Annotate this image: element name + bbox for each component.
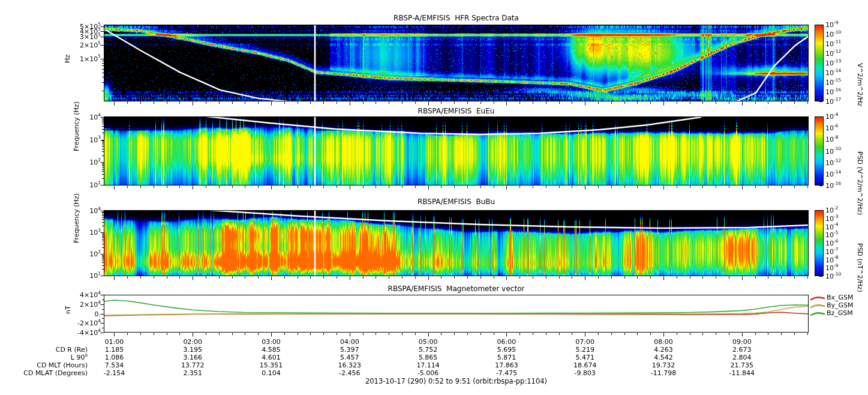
colorbar-tick-label: 10-14 [825,70,859,76]
ytick-label: -2×104 [36,320,101,327]
legend-label: By_GSM [827,302,865,309]
colorbar-tick-label: 10-16 [825,89,859,95]
time-label: 01:00 [90,339,138,345]
ytick-label: 103 [36,136,101,143]
footer-title: 2013-10-17 (290) 0:52 to 9:51 (orbit:rbs… [104,378,809,385]
ytick-label: 2×105 [36,41,101,48]
colorbar-tick-label: 10-5 [825,232,859,238]
colorbar-tick-label: 10-17 [825,98,859,105]
table-cell: 4.585 [247,346,295,353]
table-cell: -9.803 [561,370,609,376]
table-cell: 1.086 [90,354,138,361]
colorbar-tick-label: 10-6 [825,125,859,131]
colorbar-tick-label: 10-3 [825,215,859,222]
ytick-label: -4×104 [36,330,101,336]
colorbar-2 [815,210,824,276]
table-row-label: CD R (Re) [0,346,88,353]
time-label: 04:00 [326,339,374,345]
time-label: 07:00 [561,339,609,345]
colorbar-tick-label: 10-8 [825,256,859,263]
plot-figure: RBSP-A/EMFISIS HFR Spectra DataRBSPA/EMF… [0,0,868,395]
colorbar-tick-label: 10-11 [825,41,859,47]
colorbar-0 [815,25,824,101]
ytick-label: 2×104 [36,301,101,307]
table-cell: 3.195 [169,346,217,353]
table-cell: 2.673 [718,346,766,353]
table-cell: 5.219 [561,346,609,353]
table-cell: 7.534 [90,362,138,369]
table-cell: 4.601 [247,354,295,361]
colorbar-tick-label: 10-2 [825,207,859,214]
table-cell: 15.351 [247,362,295,369]
colorbar-tick-label: 10-12 [825,159,859,166]
ytick-label: 101 [36,273,101,279]
colorbar-tick-label: 10-6 [825,240,859,247]
colorbar-tick-label: 10-16 [825,182,859,189]
legend-label: Bz_GSM [827,310,865,316]
colorbar-tick-label: 10-14 [825,170,859,177]
table-row-label: CD MLAT (Degrees) [0,370,88,376]
table-cell: 0.104 [247,370,295,376]
colorbar-tick-label: 10-13 [825,60,859,67]
table-cell: -11.798 [639,370,687,376]
time-label: 03:00 [247,339,295,345]
table-cell: 2.351 [169,370,217,376]
time-label: 05:00 [404,339,452,345]
ytick-label: 104 [36,113,101,120]
time-label: 09:00 [718,339,766,345]
table-cell: 5.471 [561,354,609,361]
table-cell: -5.006 [404,370,452,376]
colorbar-1 [815,116,824,185]
panel-title: RBSPA/EMFISIS Magnetometer vector [104,285,809,292]
colorbar-tick-label: 10-9 [825,22,859,28]
colorbar-tick-label: 10-10 [825,148,859,154]
table-cell: -7.475 [482,370,530,376]
colorbar-tick-label: 10-12 [825,50,859,57]
table-cell: -11.844 [718,370,766,376]
ytick-label: 1×105 [36,55,101,62]
table-cell: 19.732 [639,362,687,369]
legend-label: Bx_GSM [827,294,865,301]
ytick-label: 3×105 [36,34,101,40]
ytick-label: 4×104 [36,292,101,298]
ytick-label: 101 [36,182,101,188]
table-cell: 16.323 [326,362,374,369]
table-cell: 5.457 [326,354,374,361]
panel-title: RBSPA/EMFISIS BuBu [104,198,809,205]
table-cell: 5.752 [404,346,452,353]
table-cell: 5.871 [482,354,530,361]
panel-title: RBSP-A/EMFISIS HFR Spectra Data [104,14,809,22]
ytick-label: 0. [36,310,101,317]
table-cell: -2.154 [90,370,138,376]
time-label: 06:00 [482,339,530,345]
ytick-label: 104 [36,207,101,214]
table-cell: 3.166 [169,354,217,361]
colorbar-tick-label: 10-4 [825,113,859,120]
table-cell: 4.263 [639,346,687,353]
table-cell: 17.863 [482,362,530,369]
table-cell: 18.674 [561,362,609,369]
table-cell: 17.114 [404,362,452,369]
table-cell: 2.804 [718,354,766,361]
colorbar-tick-label: 10-10 [825,31,859,38]
colorbar-tick-label: 10-7 [825,248,859,255]
table-cell: 21.735 [718,362,766,369]
time-label: 08:00 [639,339,687,345]
table-cell: 13.772 [169,362,217,369]
table-cell: 5.397 [326,346,374,353]
colorbar-tick-label: 10-8 [825,136,859,143]
colorbar-tick-label: 10-4 [825,223,859,230]
table-cell: 1.185 [90,346,138,353]
table-row-label: L 90o [0,354,88,361]
table-cell: 5.695 [482,346,530,353]
ytick-label: 103 [36,229,101,236]
table-row-label: CD MLT (Hours) [0,362,88,369]
ytick-label: 102 [36,159,101,166]
table-cell: -2.456 [326,370,374,376]
colorbar-tick-label: 10-15 [825,79,859,86]
table-cell: 5.865 [404,354,452,361]
ytick-label: 102 [36,251,101,258]
colorbar-tick-label: 10-10 [825,273,859,280]
table-cell: 4.542 [639,354,687,361]
panel-title: RBSPA/EMFISIS EuEu [104,107,809,115]
